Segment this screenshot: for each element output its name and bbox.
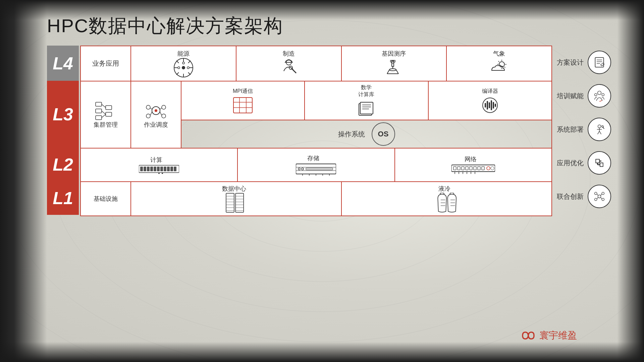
svg-rect-77 xyxy=(144,167,146,171)
os-circle-badge: OS xyxy=(372,122,395,146)
sidebar-deploy-label: 系统部署 xyxy=(557,125,584,134)
svg-rect-105 xyxy=(470,167,472,170)
svg-point-154 xyxy=(602,198,604,200)
right-services-sidebar: 方案设计 培训赋能 xyxy=(553,46,610,216)
manufacturing-icon xyxy=(279,58,299,78)
l2-storage-cell: 存储 xyxy=(238,148,395,181)
svg-point-20 xyxy=(187,67,189,69)
liquid-cooling-icon xyxy=(433,193,460,213)
svg-point-51 xyxy=(162,105,166,109)
svg-line-57 xyxy=(160,112,162,115)
innovation-icon xyxy=(593,190,605,202)
svg-point-53 xyxy=(162,114,166,118)
svg-rect-73 xyxy=(493,102,494,109)
plan-icon xyxy=(593,56,605,68)
svg-line-38 xyxy=(498,61,499,62)
svg-rect-40 xyxy=(96,102,102,106)
main-architecture-grid: 业务应用 能源 xyxy=(80,46,552,216)
l1-infra-label: 基础设施 xyxy=(94,195,118,203)
svg-point-18 xyxy=(182,62,184,64)
level-l2-badge: L2 xyxy=(47,148,79,181)
sidebar-item-deploy: 系统部署 xyxy=(557,113,610,146)
svg-rect-58 xyxy=(233,98,252,113)
l3-mpi-label: MPI通信 xyxy=(233,88,253,95)
l2-compute-cell: 计算 xyxy=(81,148,238,181)
svg-line-56 xyxy=(150,112,152,115)
l4-biz-label: 业务应用 xyxy=(92,59,119,68)
l4-mfg-label: 制造 xyxy=(283,50,295,58)
l1-infra-cell: 基础设施 xyxy=(81,182,131,216)
svg-rect-41 xyxy=(96,109,102,113)
svg-rect-86 xyxy=(174,167,176,171)
svg-rect-76 xyxy=(140,167,143,171)
svg-point-152 xyxy=(602,192,604,194)
l3-mpi-cell: MPI通信 xyxy=(181,81,305,120)
l4-mfg-cell: 制造 xyxy=(236,46,342,81)
svg-rect-103 xyxy=(462,167,464,170)
svg-rect-69 xyxy=(485,103,486,108)
l3-compiler-label: 编译器 xyxy=(482,88,498,95)
innovation-icon-circle xyxy=(588,185,611,208)
l1-dc-cell: 数据中心 xyxy=(131,182,342,216)
svg-rect-85 xyxy=(170,167,173,171)
svg-rect-108 xyxy=(482,167,484,170)
svg-point-115 xyxy=(487,167,490,170)
sidebar-item-plan: 方案设计 xyxy=(557,46,610,79)
svg-line-17 xyxy=(176,72,179,75)
sidebar-optimize-label: 应用优化 xyxy=(557,159,584,168)
svg-line-16 xyxy=(188,61,191,63)
job-schedule-icon xyxy=(144,101,168,121)
energy-icon xyxy=(173,58,194,78)
svg-line-147 xyxy=(598,131,599,134)
svg-point-49 xyxy=(155,109,157,112)
svg-rect-107 xyxy=(478,167,480,170)
svg-point-93 xyxy=(302,168,304,170)
svg-line-39 xyxy=(504,67,505,68)
l4-weather-label: 气象 xyxy=(493,50,505,58)
storage-server-icon xyxy=(296,162,336,176)
svg-point-50 xyxy=(146,105,150,109)
svg-rect-80 xyxy=(154,167,156,171)
svg-point-92 xyxy=(298,168,300,170)
l3-math-cell: 数学 计算库 xyxy=(305,81,428,120)
l1-cooling-label: 液冷 xyxy=(438,185,450,193)
plan-icon-circle xyxy=(588,51,611,74)
optimize-icon xyxy=(593,157,605,169)
svg-rect-78 xyxy=(147,167,150,171)
gene-sequencing-icon xyxy=(384,58,404,78)
sidebar-item-training: 培训赋能 xyxy=(557,79,610,113)
deploy-icon xyxy=(593,123,605,135)
l4-energy-cell: 能源 xyxy=(131,46,236,81)
sidebar-item-innovation: 联合创新 xyxy=(557,180,610,213)
svg-line-15 xyxy=(188,72,191,75)
svg-line-155 xyxy=(597,194,598,196)
sidebar-innovation-label: 联合创新 xyxy=(557,192,584,201)
sidebar-training-label: 培训赋能 xyxy=(557,92,584,101)
svg-point-19 xyxy=(178,67,180,69)
sidebar-plan-label: 方案设计 xyxy=(557,58,584,67)
l3-cluster-label: 集群管理 xyxy=(94,121,118,129)
svg-line-14 xyxy=(176,61,179,63)
l3-sub-grid: MPI通信 数学 计算库 xyxy=(181,81,551,148)
svg-line-46 xyxy=(102,111,106,114)
math-lib-icon xyxy=(356,100,376,117)
svg-point-141 xyxy=(598,91,601,95)
network-switch-icon xyxy=(451,163,495,175)
l2-storage-label: 存储 xyxy=(307,154,319,162)
svg-point-52 xyxy=(146,114,150,118)
l1-dc-label: 数据中心 xyxy=(222,185,246,193)
svg-line-29 xyxy=(387,70,389,74)
svg-point-153 xyxy=(595,198,597,200)
l4-row: 业务应用 能源 xyxy=(81,46,551,81)
svg-point-144 xyxy=(598,125,601,128)
l4-energy-label: 能源 xyxy=(177,50,190,58)
sidebar-item-optimize: 应用优化 xyxy=(557,146,610,180)
svg-line-55 xyxy=(160,108,162,109)
l2-network-cell: 网络 xyxy=(395,148,551,181)
l3-job-cell: 作业调度 xyxy=(131,81,181,148)
svg-line-45 xyxy=(102,104,106,108)
l4-gene-label: 基因测序 xyxy=(382,50,406,58)
optimize-icon-circle xyxy=(588,151,611,175)
svg-rect-70 xyxy=(487,101,488,110)
svg-rect-102 xyxy=(458,167,460,170)
